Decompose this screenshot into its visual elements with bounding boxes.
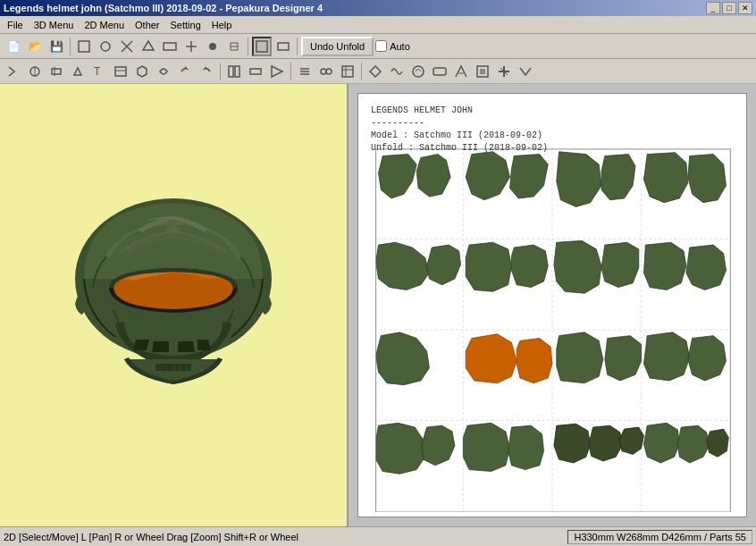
new-button[interactable]: 📄 [4,37,23,56]
close-button[interactable]: ✕ [738,2,752,14]
separator-3 [297,38,298,55]
auto-checkbox[interactable] [375,40,387,52]
minimize-button[interactable]: _ [706,2,720,14]
tool2-t[interactable] [473,62,492,81]
view-2d-btn[interactable] [273,37,293,56]
title-bar-text: Legends helmet john (Satchmo III) 2018-0… [4,3,323,13]
svg-rect-17 [115,67,126,76]
menu-3d[interactable]: 3D Menu [29,18,80,32]
tool2-o[interactable] [365,62,385,81]
svg-point-27 [326,69,332,74]
tool-f[interactable] [181,37,201,56]
tool2-l[interactable] [295,62,315,81]
menu-2d[interactable]: 2D Menu [79,18,130,32]
view-3d-panel[interactable] [0,84,349,526]
paper-area: LEGENDS HELMET JOHN ---------- Model : S… [357,93,747,517]
svg-rect-11 [278,43,289,50]
info-text: LEGENDS HELMET JOHN ---------- Model : S… [371,105,548,155]
tool2-b[interactable] [25,62,45,81]
tool2-f[interactable] [111,62,130,81]
svg-rect-0 [79,41,89,52]
tool2-k[interactable] [267,62,287,81]
tool-e[interactable] [160,37,180,56]
tool-c[interactable] [117,37,137,56]
info-line2: ---------- [371,117,548,130]
helmet-3d-svg [30,172,316,440]
separator-1 [70,38,71,55]
tool2-m[interactable] [316,62,336,81]
info-line3: Model : Satchmo III (2018-09-02) [371,130,548,142]
svg-rect-10 [256,41,267,52]
svg-rect-28 [342,66,353,77]
svg-point-1 [101,42,110,51]
tool2-r[interactable] [430,62,449,81]
menu-bar: File 3D Menu 2D Menu Other Setting Help [0,16,756,34]
separator-4 [220,63,221,80]
save-button[interactable]: 💾 [46,37,66,56]
tool2-q[interactable] [408,62,428,81]
tool-d[interactable] [139,37,158,56]
menu-file[interactable]: File [2,18,29,32]
tool2-e[interactable]: T [89,62,109,81]
menu-other[interactable]: Other [130,18,165,32]
tool2-p[interactable] [387,62,407,81]
toolbar-1: 📄 📂 💾 Undo Unfold Auto [0,34,756,59]
svg-rect-35 [480,69,485,74]
svg-rect-20 [229,66,233,77]
view-2d-panel[interactable]: LEGENDS HELMET JOHN ---------- Model : S… [349,84,756,526]
status-left-text: 2D [Select/Move] L [Pan] R or Wheel Drag… [4,532,298,542]
info-line1: LEGENDS HELMET JOHN [371,105,548,117]
separator-2 [248,38,248,55]
tool2-h[interactable] [154,62,173,81]
undo-unfold-button[interactable]: Undo Unfold [301,37,374,56]
svg-rect-14 [52,69,61,74]
tool2-j[interactable] [246,62,265,81]
svg-rect-21 [235,66,239,77]
open-button[interactable]: 📂 [25,37,45,56]
view-3d-btn[interactable] [252,37,272,56]
svg-rect-22 [250,69,261,74]
helmet-container [0,84,347,526]
svg-point-26 [321,69,326,74]
tool2-i[interactable] [224,62,244,81]
tool-h[interactable] [224,37,244,56]
title-bar-controls: _ □ ✕ [706,2,752,14]
tool-g[interactable] [203,37,223,56]
tool2-redo[interactable] [197,62,216,81]
title-bar: Legends helmet john (Satchmo III) 2018-0… [0,0,756,16]
tool2-d[interactable] [68,62,88,81]
tool2-s[interactable] [451,62,471,81]
svg-rect-32 [433,68,446,75]
tool-a[interactable] [74,37,94,56]
info-line4: Unfold : Satchmo III (2018-09-02) [371,142,548,155]
menu-help[interactable]: Help [206,18,238,32]
svg-text:T: T [94,65,101,78]
tool2-u[interactable] [494,62,514,81]
svg-marker-4 [143,41,154,50]
auto-label: Auto [390,41,410,52]
tool2-n[interactable] [338,62,357,81]
status-bar: 2D [Select/Move] L [Pan] R or Wheel Drag… [0,526,756,546]
tool-b[interactable] [96,37,115,56]
maximize-button[interactable]: □ [722,2,736,14]
svg-marker-19 [138,66,147,77]
svg-rect-41 [155,364,191,371]
tool2-g[interactable] [132,62,152,81]
tool2-undo[interactable] [175,62,195,81]
svg-point-8 [209,43,216,50]
tool2-a[interactable] [4,62,23,81]
svg-rect-5 [164,43,176,50]
main-area: LEGENDS HELMET JOHN ---------- Model : S… [0,84,756,526]
menu-setting[interactable]: Setting [165,18,206,32]
pattern-pieces-svg [363,147,742,512]
toolbar-2: T [0,59,756,84]
tool2-c[interactable] [46,62,66,81]
status-right-text: H330mm W268mm D426mm / Parts 55 [567,530,752,544]
tool2-v[interactable] [516,62,535,81]
separator-5 [290,63,291,80]
auto-checkbox-area: Auto [375,40,410,52]
svg-point-31 [413,66,424,77]
separator-6 [361,63,362,80]
